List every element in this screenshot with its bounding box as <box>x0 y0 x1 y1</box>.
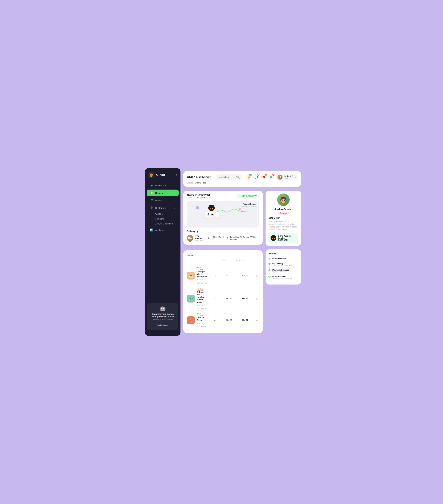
order-detail-title: Order ID #5552351 <box>187 194 210 197</box>
search-bar[interactable]: 🔍 <box>215 174 242 180</box>
order-detail-card: Order ID #5552351 Orders / Order Details… <box>183 191 263 245</box>
item-remove-salmon[interactable]: ⊗ <box>254 297 259 300</box>
items-header: Qty Price Total Price <box>187 259 259 263</box>
order-breadcrumb: Orders / Order Details <box>187 197 210 199</box>
sidebar-item-customers[interactable]: 👤 Customers ⌄ <box>147 204 179 211</box>
breadcrumb-root[interactable]: Orders <box>187 182 193 184</box>
item-reviews-chorizo: (454 reviews) <box>196 325 207 327</box>
track-label: Track Orders <box>243 203 256 205</box>
col-qty: Qty <box>207 259 222 261</box>
item-remove-chorizo[interactable]: ⊗ <box>254 319 259 322</box>
item-details-chorizo: 🍕 MAIN COURSE Chorizo Pizza ★★★★☆ (454 r… <box>187 313 207 328</box>
history-line-3 <box>269 271 270 276</box>
delivery-phone: 📞 +51 5125 626 77 <box>208 236 224 240</box>
item-details-lasagne: 🍝 MAIN COURSE Lasagne alla Bolognese ★★★… <box>187 267 207 284</box>
item-price-chorizo: $14.99 <box>222 319 236 322</box>
search-input[interactable] <box>218 176 235 178</box>
user-info: Herbert P. Admin <box>284 175 293 179</box>
item-image-chorizo: 🍕 <box>187 316 195 324</box>
item-category-salmon: MAIN COURSE <box>196 287 207 291</box>
map-delivery-pin: 🛵 <box>208 205 215 211</box>
customers-submenu: Add New Members General Customers <box>145 212 180 226</box>
history-line-2 <box>269 265 270 269</box>
item-qty-salmon: 1x <box>207 297 222 300</box>
notification-badge: 12 <box>249 174 252 176</box>
item-qty-lasagne: 1x <box>207 274 222 277</box>
sidebar: 🍔 Gingo ≡ ⊞ Dashboard 📋 Orders ☰ Menus ›… <box>145 168 180 336</box>
item-name-lasagne: Lasagne alla Bolognese <box>196 270 207 278</box>
status-badge: ⚡ ON DELIVERY <box>236 194 259 198</box>
sidebar-item-menus[interactable]: ☰ Menus › <box>147 197 179 204</box>
customer-role-badge: Customer <box>277 212 289 215</box>
history-title: History <box>269 252 298 255</box>
status-label: ON DELIVERY <box>242 195 257 198</box>
user-role: Admin <box>284 177 293 179</box>
customer-tag: Customer <box>269 211 298 215</box>
settings-button[interactable]: ⚙️ 1 <box>268 174 274 180</box>
sidebar-item-members[interactable]: Members <box>155 217 179 221</box>
map-origin-dot <box>196 206 199 209</box>
item-image-lasagne: 🍝 <box>187 272 195 280</box>
item-category-chorizo: MAIN COURSE <box>196 313 207 316</box>
user-menu[interactable]: HP Herbert P. Admin ⌄ <box>276 174 298 180</box>
order-breadcrumb-root[interactable]: Orders <box>187 197 193 199</box>
dashboard-icon: ⊞ <box>150 184 153 187</box>
item-total-chorizo: $44.97 <box>236 319 254 322</box>
history-date-created: Thu, 21 Jul 2020, 11:48 AM <box>272 277 292 279</box>
top-icons: 🔔 12 💬 5 🎁 2 ⚙️ 1 <box>246 174 298 180</box>
notifications-button[interactable]: 🔔 12 <box>246 174 251 180</box>
logo-icon: 🍔 <box>148 172 154 178</box>
table-row: 🍝 MAIN COURSE Lasagne alla Bolognese ★★★… <box>187 266 259 286</box>
user-chevron-icon: ⌄ <box>294 176 296 178</box>
breadcrumb-current: Order Details <box>194 182 206 184</box>
sidebar-item-analytics[interactable]: 📊 Analytics › <box>147 227 179 233</box>
add-menus-button[interactable]: + Add Menus <box>150 323 175 327</box>
sidebar-logo: 🍔 Gingo ≡ <box>145 172 180 182</box>
note-order-text: Lorem ipsum dolor sit amet, consectetur … <box>269 220 298 231</box>
header-order-id: Order ID #5552351 <box>187 176 212 179</box>
order-breadcrumb-current: Order Details <box>194 197 206 199</box>
chevron-right-icon: › <box>175 199 175 201</box>
col-price: Price <box>222 259 236 261</box>
sidebar-item-orders[interactable]: 📋 Orders <box>147 190 179 196</box>
sidebar-item-general-customers[interactable]: General Customers <box>155 221 179 226</box>
item-price-lasagne: $4.12 <box>222 274 236 277</box>
item-reviews-lasagne: (454 reviews) <box>196 282 207 284</box>
status-icon: ⚡ <box>238 195 241 198</box>
gift-button[interactable]: 🎁 2 <box>261 174 267 180</box>
col-total: Total Price <box>236 259 254 261</box>
settings-badge: 1 <box>272 174 274 176</box>
sidebar-promo: 🤖 Organize your menus through button bel… <box>147 303 178 330</box>
item-remove-lasagne[interactable]: ⊗ <box>254 274 259 277</box>
item-stars-lasagne: ★★★★☆ <box>196 279 205 281</box>
user-name: Herbert P. <box>284 175 293 177</box>
chat-button[interactable]: 💬 5 <box>253 174 259 180</box>
main-area: Order ID #5552351 🔍 🔔 12 💬 5 🎁 <box>180 168 304 336</box>
list-item: Order Created Thu, 21 Jul 2020, 11:48 AM <box>269 275 298 279</box>
delivery-avatar: KA <box>187 235 193 242</box>
delivery-person: KA Kyle Adams ID 412455 <box>187 235 205 242</box>
sidebar-label-menus: Menus <box>155 199 162 202</box>
history-dot-created <box>269 276 270 278</box>
address-line1: 6 The Avenue, London <box>278 235 296 239</box>
delivery-info: KA Kyle Adams ID 412455 📞 +51 5125 626 7… <box>187 235 259 242</box>
col-item <box>187 259 207 261</box>
map-area: Track Orders Lorem ipsum dolor sit 🛵 4-6… <box>187 201 259 228</box>
customer-avatar: 🧑 <box>277 194 290 206</box>
promo-icon: 🤖 <box>150 306 175 311</box>
address-line2: EC50 4GN <box>278 239 296 241</box>
top-bar-card: Order ID #5552351 🔍 🔔 12 💬 5 🎁 <box>183 171 301 187</box>
menus-icon: ☰ <box>150 199 153 202</box>
item-total-salmon: $15.44 <box>236 297 254 300</box>
hamburger-icon[interactable]: ≡ <box>176 174 177 176</box>
customer-name: Jordan Sancho <box>269 208 298 211</box>
map-route-svg <box>215 206 250 217</box>
sidebar-label-orders: Orders <box>155 192 163 194</box>
gift-badge: 2 <box>265 174 267 176</box>
sidebar-label-dashboard: Dashboard <box>155 184 167 187</box>
analytics-icon: 📊 <box>150 228 153 232</box>
history-card: History Order Delivered On Delivery <box>266 250 301 285</box>
item-image-salmon: 🥣 <box>187 295 195 303</box>
sidebar-item-add-new[interactable]: Add New <box>155 212 179 216</box>
sidebar-item-dashboard[interactable]: ⊞ Dashboard <box>147 182 179 189</box>
